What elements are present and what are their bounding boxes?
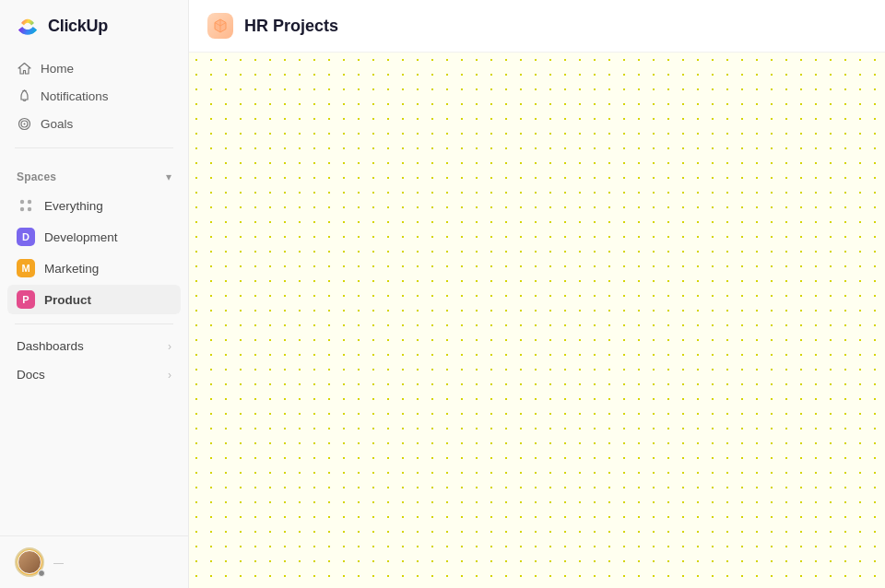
divider-2 (15, 323, 173, 324)
svg-point-4 (20, 200, 24, 204)
logo-text: ClickUp (48, 17, 108, 36)
user-profile[interactable]: — (0, 535, 188, 588)
main-content: HR Projects (189, 0, 885, 588)
divider-1 (15, 147, 173, 148)
sidebar-item-dashboards[interactable]: Dashboards › (0, 332, 188, 360)
logo[interactable]: ClickUp (0, 0, 188, 52)
sidebar-nav: Home Notifications Goals (0, 52, 188, 140)
sidebar-item-home[interactable]: Home (7, 55, 181, 81)
page-title: HR Projects (244, 17, 338, 36)
home-icon (17, 61, 31, 76)
sidebar-item-goals[interactable]: Goals (7, 111, 181, 136)
svg-point-6 (20, 207, 24, 211)
sidebar-item-home-label: Home (41, 62, 74, 76)
sidebar-item-development-label: Development (44, 230, 118, 244)
sidebar-item-notifications[interactable]: Notifications (7, 83, 181, 109)
target-icon (17, 116, 31, 131)
sidebar-item-marketing[interactable]: M Marketing (7, 253, 181, 283)
svg-point-3 (23, 123, 25, 124)
main-body (189, 53, 885, 588)
sidebar-item-product-label: Product (44, 293, 91, 307)
status-dot (38, 570, 45, 577)
spaces-list: Everything D Development M Marketing P P… (0, 189, 188, 316)
page-icon (207, 13, 233, 39)
sidebar-item-notifications-label: Notifications (41, 89, 109, 103)
development-avatar: D (17, 228, 35, 246)
sidebar-item-goals-label: Goals (41, 117, 73, 131)
clickup-logo-icon (15, 13, 41, 39)
docs-chevron-icon: › (168, 369, 171, 382)
spaces-label: Spaces (17, 171, 56, 183)
docs-label: Docs (17, 368, 45, 382)
sidebar-item-everything[interactable]: Everything (7, 191, 181, 220)
user-chevron-icon: — (53, 557, 64, 568)
product-avatar: P (17, 290, 35, 309)
marketing-avatar: M (17, 259, 35, 277)
sidebar-item-docs[interactable]: Docs › (0, 360, 188, 389)
everything-icon (17, 196, 35, 215)
svg-point-7 (28, 207, 31, 211)
dashboards-label: Dashboards (17, 339, 84, 353)
avatar-container (15, 547, 44, 577)
spaces-chevron-icon: ▾ (166, 171, 171, 183)
sidebar-item-marketing-label: Marketing (44, 262, 99, 276)
sidebar-item-development[interactable]: D Development (7, 222, 181, 252)
svg-point-5 (28, 200, 31, 204)
dashboards-chevron-icon: › (168, 340, 171, 353)
bell-icon (17, 88, 31, 103)
spaces-section-header[interactable]: Spaces ▾ (0, 159, 188, 189)
sidebar-item-everything-label: Everything (44, 199, 103, 213)
main-header: HR Projects (189, 0, 885, 53)
sidebar-item-product[interactable]: P Product (7, 285, 181, 314)
sidebar: ClickUp Home Notifications Goals Spaces … (0, 0, 189, 588)
